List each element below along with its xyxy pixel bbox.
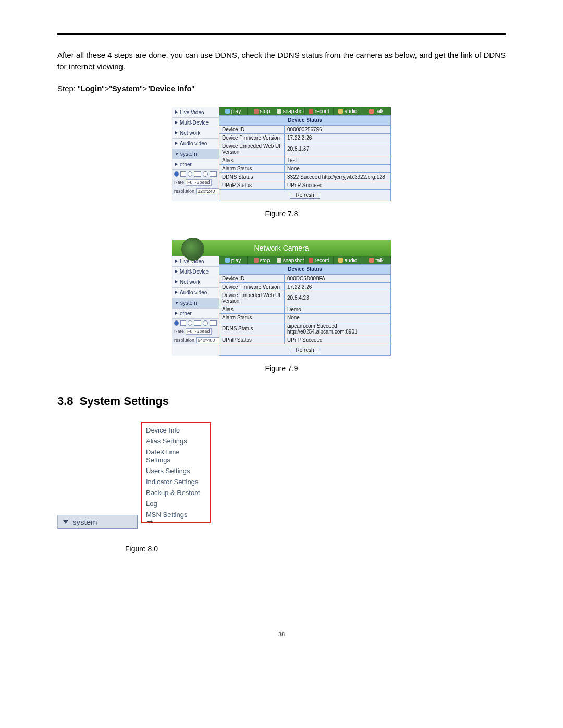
page-number: 38 xyxy=(57,631,506,637)
audio-icon xyxy=(338,109,343,114)
rate-label: Rate xyxy=(174,329,184,334)
k-upnp: UPnP Status xyxy=(219,181,285,189)
step-sep1: ">" xyxy=(102,84,112,93)
record-button[interactable]: record xyxy=(305,256,334,264)
menu-device-info[interactable]: Device Info xyxy=(142,425,210,436)
audio-icon xyxy=(338,258,343,263)
view-dot3-icon[interactable] xyxy=(203,171,207,177)
step-deviceinfo: Device Info xyxy=(150,84,192,93)
snapshot-button[interactable]: snapshot xyxy=(276,107,305,115)
nav-other[interactable]: other xyxy=(180,162,192,167)
camera-title: Network Camera xyxy=(254,244,309,252)
menu-backup-restore[interactable]: Backup & Restore xyxy=(142,487,210,498)
nav-system[interactable]: system xyxy=(180,300,197,306)
menu-alias-settings[interactable]: Alias Settings xyxy=(142,436,210,447)
nav-multi-device[interactable]: Multi-Device xyxy=(180,120,209,126)
step-login: Login xyxy=(81,84,102,93)
view-dot-icon[interactable] xyxy=(174,171,179,177)
talk-button[interactable]: talk xyxy=(362,256,391,264)
caption-8-0: Figure 8.0 xyxy=(125,545,506,553)
view-grid-icon[interactable] xyxy=(194,320,201,326)
v-upnp: UPnP Succeed xyxy=(285,336,391,344)
view-dot-icon[interactable] xyxy=(174,320,179,326)
v-webui: 20.8.4.23 xyxy=(285,291,391,305)
snapshot-button[interactable]: snapshot xyxy=(276,256,305,264)
nav-system[interactable]: system xyxy=(180,151,197,157)
nav-network[interactable]: Net work xyxy=(180,279,200,285)
k-alias: Alias xyxy=(219,305,285,313)
k-fw: Device Firmware Version xyxy=(219,282,285,291)
rate-select[interactable]: Full-Speed xyxy=(186,179,212,186)
stop-button[interactable]: stop xyxy=(248,256,276,264)
view-grid2-icon[interactable] xyxy=(210,171,217,177)
view-dot2-icon[interactable] xyxy=(188,320,192,326)
k-device-id: Device ID xyxy=(219,125,285,133)
system-button[interactable]: system xyxy=(57,515,138,529)
top-toolbar: play stop snapshot record audio talk xyxy=(219,107,391,115)
k-device-id: Device ID xyxy=(219,274,285,282)
menu-users-settings[interactable]: Users Settings xyxy=(142,465,210,476)
chevron-right-icon xyxy=(175,142,178,145)
stop-button[interactable]: stop xyxy=(248,107,276,115)
v-alias: Demo xyxy=(285,305,391,313)
chevron-right-icon xyxy=(175,280,178,283)
view-dot3-icon[interactable] xyxy=(203,320,207,326)
caption-7-8: Figure 7.8 xyxy=(57,209,506,218)
play-icon xyxy=(225,258,230,263)
talk-button[interactable]: talk xyxy=(362,107,391,115)
menu-datetime-settings[interactable]: Date&Time Settings xyxy=(142,447,210,465)
talk-icon xyxy=(369,258,374,263)
chevron-down-icon xyxy=(175,153,178,155)
section-title: System Settings xyxy=(80,394,169,408)
refresh-button[interactable]: Refresh xyxy=(290,192,320,199)
resolution-select[interactable]: 320*240 xyxy=(196,188,222,194)
chevron-right-icon xyxy=(175,121,178,124)
caption-7-9: Figure 7.9 xyxy=(57,364,506,373)
v-alarm: None xyxy=(285,164,391,172)
camera-lens-icon xyxy=(181,238,204,261)
view-grid2-icon[interactable] xyxy=(210,320,217,326)
record-button[interactable]: record xyxy=(305,107,334,115)
step-prefix: Step: " xyxy=(57,84,81,93)
k-alias: Alias xyxy=(219,156,285,164)
device-status-header: Device Status xyxy=(219,264,391,274)
v-ddns: 3322 Succeed http://jerryjwb.3322.org:12… xyxy=(285,172,391,181)
k-ddns: DDNS Status xyxy=(219,322,285,336)
audio-button[interactable]: audio xyxy=(334,107,362,115)
chevron-right-icon xyxy=(175,270,178,273)
horizontal-rule xyxy=(57,33,506,35)
k-alarm: Alarm Status xyxy=(219,164,285,172)
nav-other[interactable]: other xyxy=(180,311,192,316)
nav-network[interactable]: Net work xyxy=(180,130,200,136)
nav-live-video[interactable]: Live Video xyxy=(180,109,204,115)
play-button[interactable]: play xyxy=(219,107,248,115)
nav-multi-device[interactable]: Multi-Device xyxy=(180,269,209,275)
refresh-button[interactable]: Refresh xyxy=(290,347,320,353)
view-single-icon[interactable] xyxy=(180,171,186,177)
system-menu: Device Info Alias Settings Date&Time Set… xyxy=(141,422,211,523)
view-dot2-icon[interactable] xyxy=(188,171,192,177)
nav-audio-video[interactable]: Audio video xyxy=(180,290,207,295)
system-button-label: system xyxy=(72,517,97,526)
menu-indicator-settings[interactable]: Indicator Settings xyxy=(142,476,210,487)
k-ddns: DDNS Status xyxy=(219,172,285,181)
main-panel: play stop snapshot record audio talk Dev… xyxy=(219,256,391,356)
chevron-down-icon xyxy=(175,302,178,304)
chevron-right-icon xyxy=(175,110,178,114)
k-webui: Device Embeded Web UI Version xyxy=(219,142,285,156)
section-number: 3.8 xyxy=(57,394,74,408)
arrow-right-icon: → xyxy=(145,516,154,527)
v-ddns: aipcam.com Succeed http://e0254.aipcam.c… xyxy=(285,322,391,336)
play-button[interactable]: play xyxy=(219,256,248,264)
resolution-select[interactable]: 640*480 xyxy=(196,337,222,343)
record-icon xyxy=(309,258,313,263)
audio-button[interactable]: audio xyxy=(334,256,362,264)
rate-select[interactable]: Full-Speed xyxy=(186,328,212,335)
snapshot-icon xyxy=(277,109,282,114)
nav-audio-video[interactable]: Audio video xyxy=(180,141,207,146)
view-single-icon[interactable] xyxy=(180,320,186,326)
menu-log[interactable]: Log xyxy=(142,498,210,509)
chevron-down-icon xyxy=(63,520,68,524)
main-panel: play stop snapshot record audio talk Dev… xyxy=(219,107,391,201)
view-grid-icon[interactable] xyxy=(194,171,201,177)
